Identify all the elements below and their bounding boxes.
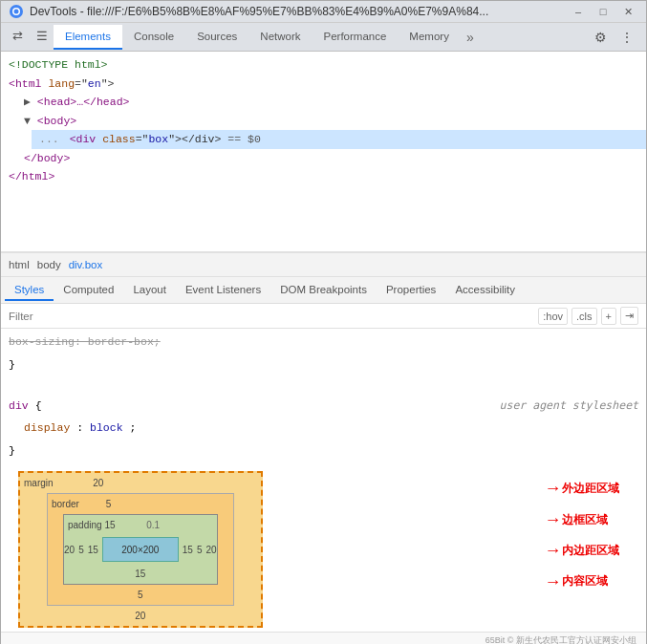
close-button[interactable]: ✕ [617, 1, 638, 22]
devtools-window: DevTools - file:///F:/E6%B5%8B%E8%AF%95%… [0, 0, 647, 644]
svg-point-2 [14, 10, 19, 14]
tab-performance[interactable]: Performance [313, 25, 399, 50]
css-rule-div: div { user agent stylesheet [9, 397, 638, 416]
tab-console[interactable]: Console [122, 25, 185, 50]
breadcrumb-body[interactable]: body [37, 259, 61, 270]
box-model-section: margin 20 border 5 [9, 463, 638, 628]
margin-bottom-val: 20 [20, 606, 261, 626]
tab-nav-icon[interactable]: ⇄ [5, 23, 31, 51]
border-left-val: 5 [78, 542, 84, 558]
collapse-head-icon[interactable]: ▶ [24, 96, 31, 108]
title-bar: DevTools - file:///F:/E6%B5%8B%E8%AF%95%… [1, 1, 646, 23]
window-title: DevTools - file:///F:/E6%B5%8B%E8%AF%95%… [30, 5, 568, 18]
margin-top-value: 20 [93, 478, 103, 488]
style-tab-accessibility[interactable]: Accessibility [445, 280, 525, 301]
tab-action-area: ⚙ ⋮ [589, 26, 642, 49]
watermark: 65Bit © 新生代农民工官方认证网安小组 [1, 632, 646, 644]
filter-actions: :hov .cls + ⇥ [538, 307, 638, 325]
html-tree: <!DOCTYPE html> <html lang="en"> ▶ <head… [1, 52, 646, 190]
style-tab-properties[interactable]: Properties [377, 280, 445, 301]
padding-topright-value: 0.1 [146, 520, 160, 530]
minimize-button[interactable]: – [568, 1, 589, 22]
html-line-div-selected[interactable]: ... <div class="box"></div> == $0 [9, 130, 638, 149]
margin-right-val: 20 [206, 542, 217, 558]
css-rule-display: display : block ; [9, 419, 638, 438]
padding-label: padding 15 0.1 [64, 515, 217, 535]
arrow-icon-4: → [548, 573, 558, 590]
css-rule-strikethrough: box-sizing: border-box; [9, 333, 638, 352]
tab-memory[interactable]: Memory [398, 25, 461, 50]
annotation-2: → 边框区域 [548, 510, 619, 529]
arrow-icon-2: → [548, 511, 558, 528]
style-tab-computed[interactable]: Computed [54, 280, 123, 301]
border-label: border 5 [48, 494, 233, 514]
style-tabs-bar: Styles Computed Layout Event Listeners D… [1, 277, 646, 304]
filter-bar: :hov .cls + ⇥ [1, 304, 646, 329]
margin-box: margin 20 border 5 [18, 471, 263, 628]
annotation-4: → 内容区域 [548, 571, 619, 590]
breadcrumb: html body div.box [1, 252, 646, 277]
html-line-html-close: </html> [9, 167, 638, 186]
annotation-1: → 外边距区域 [548, 479, 619, 498]
maximize-button[interactable]: □ [593, 1, 614, 22]
box-model-diagram: margin 20 border 5 [18, 471, 263, 628]
breadcrumb-html[interactable]: html [9, 259, 30, 270]
tab-network[interactable]: Network [248, 25, 312, 50]
padding-right-val: 15 [183, 542, 193, 558]
html-line-body-close: </body> [9, 149, 638, 168]
expand-button[interactable]: ⇥ [620, 307, 638, 325]
devtools-body: <!DOCTYPE html> <html lang="en"> ▶ <head… [1, 52, 646, 632]
tab-sources[interactable]: Sources [185, 25, 248, 50]
annotation-label-1: 外边距区域 [562, 479, 619, 498]
html-line-body: ▼ <body> [9, 112, 638, 131]
breadcrumb-div[interactable]: div.box [69, 259, 103, 270]
tab-mobile-icon[interactable]: ☰ [31, 23, 54, 51]
padding-bottom-val: 15 [64, 564, 217, 584]
annotations-wrapper: → 外边距区域 → 边框区域 → 内边距区域 [548, 479, 619, 591]
html-line-head: ▶ <head>…</head> [9, 93, 638, 112]
cls-button[interactable]: .cls [572, 308, 597, 325]
filter-input[interactable] [9, 311, 538, 322]
margin-left-val: 20 [64, 542, 75, 558]
border-bottom-val: 5 [48, 585, 233, 605]
margin-label: margin 20 [20, 473, 261, 493]
styles-content: box-sizing: border-box; } div { user age… [1, 329, 646, 632]
html-line-doctype: <!DOCTYPE html> [9, 55, 638, 75]
arrow-icon-3: → [548, 542, 558, 559]
css-rule-close2: } [9, 441, 638, 461]
border-box: border 5 padding 15 0.1 [47, 493, 234, 606]
padding-top-value: 15 [104, 520, 115, 530]
css-rule-close1: } [9, 355, 638, 375]
padding-left-val: 15 [88, 542, 98, 558]
elements-panel: <!DOCTYPE html> <html lang="en"> ▶ <head… [1, 52, 646, 252]
border-top-value: 5 [106, 499, 112, 509]
add-rule-button[interactable]: + [601, 308, 616, 325]
arrow-icon-1: → [548, 480, 558, 497]
content-row: 20 5 15 200×200 15 [64, 537, 217, 562]
annotation-label-2: 边框区域 [562, 510, 608, 529]
window-controls: – □ ✕ [568, 1, 638, 22]
content-box: 200×200 [102, 537, 179, 562]
annotation-label-4: 内容区域 [562, 571, 608, 590]
content-size: 200×200 [121, 542, 159, 558]
styles-panel: Styles Computed Layout Event Listeners D… [1, 277, 646, 632]
style-tab-dom-breakpoints[interactable]: DOM Breakpoints [270, 280, 377, 301]
tab-more-button[interactable]: » [463, 26, 478, 49]
style-tab-event-listeners[interactable]: Event Listeners [176, 280, 270, 301]
annotation-3: → 内边距区域 [548, 541, 619, 560]
collapse-body-icon[interactable]: ▼ [24, 115, 31, 127]
settings-button[interactable]: ⚙ [589, 26, 612, 49]
style-tab-styles[interactable]: Styles [5, 280, 54, 301]
html-line-html: <html lang="en"> [9, 75, 638, 94]
border-right-val: 5 [197, 542, 203, 558]
hov-button[interactable]: :hov [538, 308, 568, 325]
more-options-button[interactable]: ⋮ [615, 26, 638, 49]
annotation-label-3: 内边距区域 [562, 541, 619, 560]
main-tab-bar: ⇄ ☰ Elements Console Sources Network Per… [1, 23, 646, 52]
style-tab-layout[interactable]: Layout [123, 280, 176, 301]
chrome-icon [9, 4, 24, 19]
tab-elements[interactable]: Elements [54, 25, 122, 50]
padding-box: padding 15 0.1 20 5 15 [63, 514, 218, 585]
